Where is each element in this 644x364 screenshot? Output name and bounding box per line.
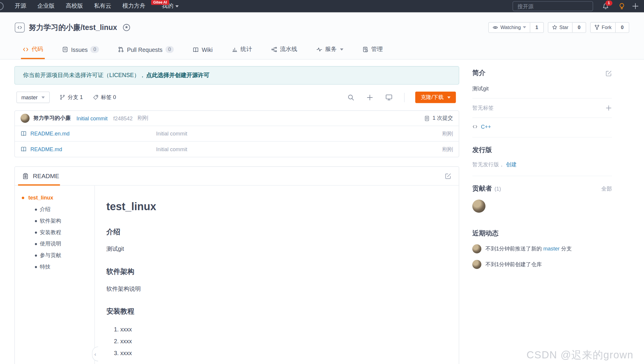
notifications-button[interactable]: 1 <box>602 3 609 10</box>
branch-selector[interactable]: master <box>16 92 50 103</box>
chevron-down-icon <box>447 96 450 98</box>
fork-button[interactable]: Fork <box>591 22 616 32</box>
contributors-header: 贡献者 (1) 全部 <box>472 184 612 193</box>
readme-heading-intro: 介绍 <box>106 227 442 237</box>
language-link[interactable]: C++ <box>472 124 491 130</box>
nav-enterprise[interactable]: 企业版 <box>37 2 55 10</box>
readme-toc: test_linux 介绍 软件架构 安装教程 使用说明 参与贡献 特技 <box>15 186 95 364</box>
releases-row: 暂无发行版， 创建 <box>472 161 612 168</box>
service-pulse-icon <box>316 46 322 52</box>
nav-private-cloud[interactable]: 私有云 <box>94 2 111 10</box>
star-button-group: Star 0 <box>548 22 586 33</box>
star-count[interactable]: 0 <box>573 22 586 32</box>
toc-item[interactable]: 使用说明 <box>15 241 95 247</box>
toc-item[interactable]: 介绍 <box>15 207 95 212</box>
commits-count-label: 1 次提交 <box>433 114 453 122</box>
tags-label: 标签 0 <box>101 94 116 101</box>
readme-tab[interactable]: README <box>22 173 59 180</box>
nav-opensource[interactable]: 开源 <box>15 2 26 10</box>
repo-medal-icon[interactable] <box>122 23 131 31</box>
nav-modelark[interactable]: 模力方舟 <box>122 2 146 10</box>
file-commit-message[interactable]: Initial commit <box>156 146 187 152</box>
web-ide-button[interactable] <box>385 94 393 101</box>
file-commit-message[interactable]: Initial commit <box>156 130 187 137</box>
whats-new-button[interactable] <box>618 2 626 10</box>
tab-code[interactable]: 代码 <box>23 46 43 59</box>
toc-item[interactable]: 参与贡献 <box>15 253 95 258</box>
repo-sidebar: 简介 测试git 暂无标签 <box>472 66 612 364</box>
contributors-all-link[interactable]: 全部 <box>601 185 612 192</box>
tab-statistics[interactable]: 统计 <box>232 46 252 59</box>
create-release-link[interactable]: 创建 <box>506 161 517 168</box>
readme-install-steps: xxxx xxxx xxxx <box>106 326 442 357</box>
watching-button[interactable]: Watching <box>489 22 530 32</box>
tab-manage[interactable]: 管理 <box>362 46 382 59</box>
toc-item-root[interactable]: test_linux <box>15 195 95 201</box>
activity-prefix: 不到1分钟前推送了新的 <box>485 245 543 252</box>
about-edit-button[interactable] <box>605 70 612 76</box>
star-button[interactable]: Star <box>548 22 573 32</box>
toc-item[interactable]: 特技 <box>15 264 95 270</box>
commit-list-icon <box>424 115 430 122</box>
license-banner-text: 你当前开源项目尚未选择许可证（LICENSE）， <box>23 72 146 79</box>
left-column: 你当前开源项目尚未选择许可证（LICENSE）， 点此选择并创建开源许可 mas… <box>14 66 459 364</box>
avatar[interactable] <box>472 199 485 213</box>
avatar[interactable] <box>20 114 29 123</box>
tag-icon <box>93 95 98 100</box>
readme-heading-install: 安装教程 <box>106 307 442 316</box>
tab-issues[interactable]: Issues 0 <box>62 46 99 59</box>
commit-time: 刚刚 <box>138 114 148 122</box>
clone-download-label: 克隆/下载 <box>421 94 444 101</box>
no-releases-label: 暂无发行版， <box>472 161 504 168</box>
watching-count[interactable]: 1 <box>530 22 543 32</box>
list-item: xxxx <box>120 338 442 344</box>
create-new-button[interactable] <box>632 2 639 10</box>
list-item: 不到1分钟前创建了仓库 <box>472 260 612 269</box>
readme-paragraph: 软件架构说明 <box>106 285 442 293</box>
fork-button-group: Fork 0 <box>590 22 629 33</box>
fork-count[interactable]: 0 <box>616 22 629 32</box>
commits-count-link[interactable]: 1 次提交 <box>424 114 453 122</box>
activity-branch-link[interactable]: master <box>543 245 559 252</box>
readme-header: README <box>15 167 459 186</box>
avatar[interactable] <box>472 244 481 253</box>
readme-panel: README test_linux 介绍 软件架构 <box>14 166 459 364</box>
readme-edit-button[interactable] <box>445 173 451 179</box>
avatar[interactable] <box>472 260 481 269</box>
fork-label: Fork <box>602 24 611 30</box>
search-input[interactable] <box>513 1 593 11</box>
toc-item[interactable]: 软件架构 <box>15 218 95 224</box>
add-tag-button[interactable] <box>605 105 612 111</box>
nav-education[interactable]: 高校版 <box>66 2 83 10</box>
tab-pull-requests[interactable]: Pull Requests 0 <box>118 46 174 59</box>
new-file-button[interactable] <box>366 94 374 101</box>
tab-pipelines[interactable]: 流水线 <box>271 46 297 59</box>
readme-paragraph: 测试git <box>106 245 442 253</box>
wiki-icon <box>193 47 199 53</box>
file-name: README.en.md <box>31 130 70 137</box>
commit-message-link[interactable]: Initial commit <box>76 115 108 122</box>
clone-download-button[interactable]: 克隆/下载 <box>415 92 456 103</box>
main-content: 你当前开源项目尚未选择许可证（LICENSE）， 点此选择并创建开源许可 mas… <box>0 60 644 364</box>
commit-sha[interactable]: f248542 <box>113 115 133 122</box>
license-create-link[interactable]: 点此选择并创建开源许可 <box>146 72 209 79</box>
issues-icon <box>62 47 68 53</box>
file-link-readme-en[interactable]: README.en.md <box>20 130 156 137</box>
tags-link[interactable]: 标签 0 <box>93 94 116 101</box>
tab-wiki[interactable]: Wiki <box>193 47 213 59</box>
toc-item[interactable]: 安装教程 <box>15 229 95 235</box>
tags-row: 暂无标签 <box>472 98 612 112</box>
list-item: 不到1分钟前推送了新的 master 分支 <box>472 244 612 253</box>
commit-author[interactable]: 努力学习的小廉 <box>33 114 71 122</box>
branches-link[interactable]: 分支 1 <box>59 94 83 101</box>
branch-icon <box>59 95 65 100</box>
plus-icon <box>605 105 612 111</box>
file-link-readme[interactable]: README.md <box>20 146 156 152</box>
tab-services[interactable]: 服务 <box>316 46 343 59</box>
tab-code-label: 代码 <box>32 46 43 53</box>
readme-tab-label: README <box>33 173 59 180</box>
table-row: README.md Initial commit 刚刚 <box>15 141 459 157</box>
gitee-ai-badge[interactable]: Gitee AI <box>151 0 169 5</box>
search-files-button[interactable] <box>347 94 355 101</box>
page-title: 努力学习的小廉/test_linux <box>29 22 117 32</box>
